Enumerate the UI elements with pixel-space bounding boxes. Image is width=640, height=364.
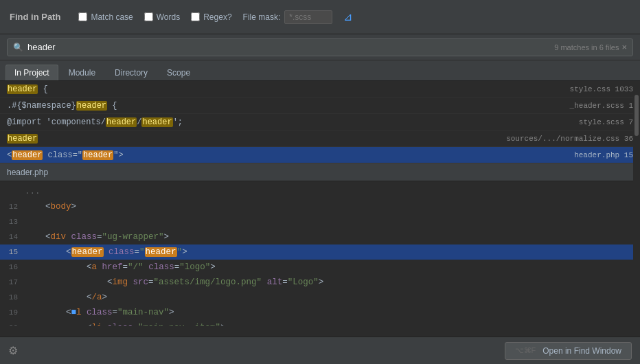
result-code: header {	[7, 84, 563, 94]
code-line: 20 <li class="main-nav__item">	[0, 320, 640, 326]
tab-module[interactable]: Module	[60, 65, 104, 80]
scrollbar-track[interactable]	[633, 81, 640, 337]
clear-search-icon[interactable]: ×	[621, 42, 627, 52]
match-case-label: Match case	[91, 12, 133, 22]
match-highlight-selected: header	[12, 150, 43, 160]
dialog-title: Find in Path	[10, 12, 60, 22]
footer: ⚙ ⌥⌘F Open in Find Window	[0, 337, 640, 364]
search-input[interactable]	[27, 42, 554, 52]
code-line-highlighted: 15 <header class="header">	[0, 244, 640, 260]
match-case-checkbox[interactable]	[78, 12, 87, 21]
code-line: 13	[0, 214, 640, 229]
match-highlight: header	[7, 84, 38, 94]
result-row-selected[interactable]: <header class="header"> header.php 15	[0, 147, 640, 163]
search-magnifier-icon: 🔍	[13, 43, 23, 52]
result-row[interactable]: header sources/.../normalize.css 36	[0, 130, 640, 147]
shortcut-label: ⌥⌘F	[515, 346, 536, 355]
result-row[interactable]: header { style.css 1033	[0, 81, 640, 98]
tab-in-project[interactable]: In Project	[5, 65, 58, 80]
search-row: 🔍 9 matches in 6 files ×	[0, 34, 640, 60]
result-file: _header.scss 1	[570, 102, 633, 110]
result-file: style.css 1033	[570, 85, 633, 93]
words-checkbox[interactable]	[144, 12, 153, 21]
tab-scope[interactable]: Scope	[158, 65, 199, 80]
search-input-wrap: 🔍 9 matches in 6 files ×	[7, 38, 633, 56]
match-count: 9 matches in 6 files	[554, 43, 619, 52]
regex-option[interactable]: Regex?	[191, 12, 231, 22]
code-line: 17 <img src="assets/img/logo.png" alt="L…	[0, 275, 640, 290]
filter-icon[interactable]: ⊿	[343, 10, 352, 23]
results-list: header { style.css 1033 .#{$namespace}he…	[0, 81, 640, 163]
code-line: 16 <a href="/" class="logo">	[0, 260, 640, 275]
regex-label: Regex?	[203, 12, 231, 22]
code-line: 14 <div class="ug-wrapper">	[0, 229, 640, 244]
match-highlight: header	[141, 117, 172, 127]
code-line: ...	[0, 184, 640, 199]
tabs-bar: In Project Module Directory Scope	[0, 60, 640, 81]
preview-body: ... 12 <body> 13 14 <div class="ug-wrapp…	[0, 181, 640, 326]
result-code: .#{$namespace}header {	[7, 101, 563, 111]
open-in-find-window-button[interactable]: ⌥⌘F Open in Find Window	[505, 342, 632, 360]
file-mask-label: File mask:	[243, 12, 281, 22]
result-row[interactable]: .#{$namespace}header { _header.scss 1	[0, 98, 640, 114]
match-highlight: header	[76, 101, 107, 111]
words-label: Words	[157, 12, 180, 22]
match-case-option[interactable]: Match case	[78, 12, 133, 22]
tab-directory[interactable]: Directory	[106, 65, 157, 80]
words-option[interactable]: Words	[144, 12, 180, 22]
file-mask-input[interactable]	[284, 10, 332, 24]
preview-header: header.php	[0, 163, 640, 181]
scrollbar-thumb[interactable]	[635, 95, 639, 136]
open-btn-label: Open in Find Window	[542, 346, 621, 356]
gear-icon[interactable]: ⚙	[8, 344, 18, 357]
result-file: sources/.../normalize.css 36	[506, 135, 633, 143]
match-highlight-selected: header	[82, 150, 113, 160]
result-file: style.scss 7	[579, 118, 633, 126]
result-code: header	[7, 134, 499, 144]
title-bar: Find in Path Match case Words Regex? Fil…	[0, 0, 640, 34]
match-highlight: header	[7, 134, 38, 144]
regex-checkbox[interactable]	[191, 12, 200, 21]
code-line: 12 <body>	[0, 199, 640, 214]
result-row[interactable]: @import 'components/header/header'; styl…	[0, 114, 640, 130]
code-line: 19 <■l class="main-nav">	[0, 305, 640, 320]
preview-filename: header.php	[7, 168, 48, 177]
code-line: 18 </a>	[0, 290, 640, 305]
result-code: @import 'components/header/header';	[7, 117, 572, 127]
result-file: header.php 15	[574, 151, 633, 159]
match-highlight: header	[106, 117, 137, 127]
result-code: <header class="header">	[7, 150, 567, 160]
file-mask-wrap: File mask:	[243, 10, 333, 24]
